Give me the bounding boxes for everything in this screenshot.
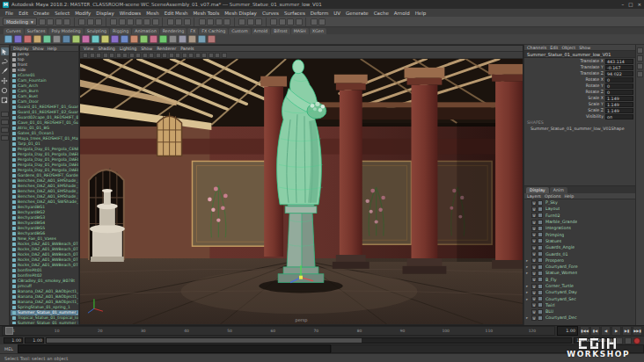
layer-visibility-toggle[interactable]: V	[531, 232, 537, 237]
channelbox-menu-show[interactable]: Show	[579, 46, 590, 50]
shelf-tool-icon[interactable]	[140, 35, 148, 43]
shelf-tab-fx-caching[interactable]: FX Caching	[199, 28, 228, 34]
channel-value-field[interactable]: 1.149	[605, 108, 633, 113]
layer-menu-options[interactable]: Options	[545, 194, 561, 199]
shelf-tab-bifrost[interactable]: Bifrost	[271, 28, 290, 34]
go-to-end-button[interactable]: ▶▶▮	[633, 326, 642, 336]
status-icon[interactable]	[216, 18, 223, 25]
command-input[interactable]	[18, 344, 331, 353]
layer-row[interactable]: ▸VCourtyard_Day	[524, 289, 635, 295]
shelf-tab-xgen[interactable]: XGen	[310, 28, 326, 34]
status-icon[interactable]	[270, 18, 277, 25]
shape-node-name[interactable]: Summer_Statue_01_summer_low_V01Shape	[524, 126, 635, 132]
status-icon[interactable]	[167, 18, 174, 25]
layer-menu-help[interactable]: Help	[564, 194, 574, 199]
menu-create[interactable]: Create	[33, 11, 49, 16]
go-to-start-button[interactable]: ▮◀◀	[580, 326, 589, 336]
shelf-tool-icon[interactable]	[130, 35, 138, 43]
menu-mesh-tools[interactable]: Mesh Tools	[194, 11, 220, 16]
shelf-tool-icon[interactable]	[82, 35, 90, 43]
layer-row[interactable]: VB_Fly	[524, 277, 635, 283]
layer-row[interactable]: VGuards_01	[524, 250, 635, 257]
shelf-tab-sculpting[interactable]: Sculpting	[84, 28, 109, 34]
layer-row[interactable]: ▸VStatue_Women	[524, 270, 635, 276]
layer-visibility-toggle[interactable]: V	[531, 251, 537, 257]
channel-value-field[interactable]: 0	[605, 90, 633, 95]
select-tool-button[interactable]	[1, 47, 9, 55]
status-icon[interactable]	[255, 18, 262, 25]
layer-color-swatch[interactable]	[538, 226, 543, 231]
layer-color-swatch[interactable]	[538, 271, 543, 276]
viewport-menu-view[interactable]: View	[84, 47, 93, 51]
close-button[interactable]: ×	[637, 2, 641, 7]
status-icon[interactable]	[175, 18, 182, 25]
expand-icon[interactable]: ▸	[526, 271, 531, 275]
status-icon[interactable]	[199, 18, 206, 25]
status-icon[interactable]	[95, 18, 102, 25]
layer-color-swatch[interactable]	[538, 206, 543, 212]
viewport-toolbar-icon[interactable]	[116, 53, 121, 58]
layer-color-swatch[interactable]	[538, 245, 543, 250]
layer-visibility-toggle[interactable]: V	[531, 271, 537, 276]
channel-box-toggle-icon[interactable]	[637, 63, 643, 69]
viewport-toolbar-icon[interactable]	[188, 53, 194, 58]
channel-value-field[interactable]: 0	[605, 83, 633, 89]
menu-deform[interactable]: Deform	[311, 11, 328, 16]
layer-visibility-toggle[interactable]: V	[531, 226, 537, 231]
layer-color-swatch[interactable]	[538, 257, 543, 263]
viewport-toolbar-icon[interactable]	[149, 53, 154, 58]
menu-cache[interactable]: Cache	[374, 11, 389, 16]
shelf-tool-icon[interactable]	[53, 35, 61, 43]
layer-row[interactable]: ▸VProspero	[524, 257, 635, 264]
channel-value-field[interactable]: 443.114	[605, 59, 633, 64]
shelf-tab-surfaces[interactable]: Surfaces	[25, 28, 48, 34]
viewport-scene[interactable]: persp	[80, 59, 523, 324]
layer-color-swatch[interactable]	[538, 277, 543, 282]
layer-visibility-toggle[interactable]: V	[531, 220, 537, 225]
viewport-toolbar-icon[interactable]	[122, 53, 128, 58]
current-time-field[interactable]: 1.00	[557, 326, 578, 336]
viewport-toolbar-icon[interactable]	[135, 53, 141, 58]
status-icon[interactable]	[78, 18, 85, 25]
status-icon[interactable]	[152, 18, 159, 25]
layer-row[interactable]: VStatues	[524, 238, 635, 244]
expand-icon[interactable]: ▸	[526, 284, 531, 288]
animation-start-field[interactable]: 1.00	[4, 337, 23, 344]
shelf-tab-rendering[interactable]: Rendering	[160, 28, 187, 34]
single-pane-layout-button[interactable]	[1, 112, 9, 117]
split-pane-layout-button[interactable]	[1, 135, 9, 141]
layer-color-swatch[interactable]	[538, 290, 543, 295]
viewport-toolbar-icon[interactable]	[209, 53, 214, 58]
status-icon[interactable]	[247, 18, 254, 25]
move-tool-button[interactable]	[1, 76, 9, 84]
viewport-toolbar-icon[interactable]	[162, 53, 167, 58]
layer-visibility-toggle[interactable]: V	[531, 200, 537, 206]
layer-color-swatch[interactable]	[538, 309, 543, 315]
menu-modify[interactable]: Modify	[75, 11, 91, 16]
range-slider-handle[interactable]	[47, 338, 362, 343]
viewport-menu-shading[interactable]: Shading	[98, 47, 115, 51]
viewport-toolbar-icon[interactable]	[169, 53, 174, 58]
status-icon[interactable]	[287, 18, 294, 25]
viewport-toolbar-icon[interactable]	[222, 53, 227, 58]
status-icon[interactable]	[279, 18, 286, 25]
channel-value-field[interactable]: on	[605, 114, 633, 119]
shelf-tool-icon[interactable]	[198, 35, 206, 43]
channel-value-field[interactable]: -0.167	[605, 65, 633, 70]
channelbox-menu-channels[interactable]: Channels	[527, 46, 546, 50]
viewport-toolbar-icon[interactable]	[143, 53, 148, 58]
channel-value-field[interactable]: 0	[605, 77, 633, 83]
status-icon[interactable]	[87, 18, 94, 25]
layer-visibility-toggle[interactable]: V	[531, 302, 537, 308]
viewport-toolbar-icon[interactable]	[83, 53, 88, 58]
modeling-toolkit-toggle-icon[interactable]	[637, 71, 643, 77]
expand-icon[interactable]: ▸	[526, 315, 531, 320]
persp-outliner-layout-button[interactable]	[1, 127, 9, 133]
layer-row[interactable]: VIntegrations	[524, 225, 635, 231]
play-forwards-button[interactable]: ▶	[611, 326, 621, 336]
menu-file[interactable]: File	[5, 11, 13, 16]
menu-mesh[interactable]: Mesh	[146, 11, 158, 16]
auto-keyframe-toggle[interactable]	[633, 337, 640, 344]
shelf-tool-icon[interactable]	[159, 35, 167, 43]
four-pane-layout-button[interactable]	[1, 119, 9, 125]
